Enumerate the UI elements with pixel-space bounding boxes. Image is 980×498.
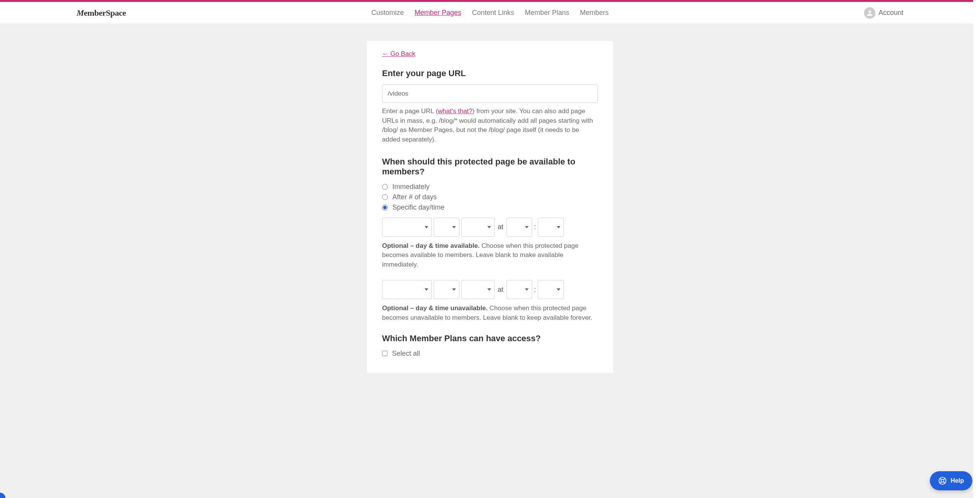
available-at-label: at (498, 223, 503, 231)
available-colon: : (534, 223, 536, 231)
whats-that-link[interactable]: what's that? (438, 107, 472, 115)
available-hour-select[interactable] (506, 218, 532, 237)
url-help-text: Enter a page URL (what's that?) from you… (382, 107, 598, 145)
radio-after-days-label[interactable]: After # of days (392, 193, 437, 201)
when-title: When should this protected page be avail… (382, 157, 598, 177)
unavailable-date-row: at : (382, 280, 598, 299)
logo: MemberSpace (77, 8, 126, 18)
unavailable-help: Optional – day & time unavailable. Choos… (382, 304, 598, 322)
available-day-select[interactable] (434, 218, 459, 237)
select-all-label[interactable]: Select all (392, 350, 420, 358)
available-date-row: at : (382, 218, 598, 237)
select-all-checkbox[interactable] (382, 351, 387, 356)
radio-specific[interactable] (382, 205, 388, 210)
nav-members[interactable]: Members (580, 9, 609, 17)
available-help: Optional – day & time available. Choose … (382, 241, 598, 270)
url-title: Enter your page URL (382, 68, 598, 78)
account-label: Account (879, 9, 903, 17)
page-url-input[interactable] (382, 85, 598, 103)
unavailable-help-bold: Optional – day & time unavailable. (382, 304, 488, 312)
header: MemberSpace Customize Member Pages Conte… (0, 2, 980, 24)
unavailable-minute-select[interactable] (538, 280, 564, 299)
right-edge-decoration (973, 0, 980, 373)
nav-member-pages[interactable]: Member Pages (415, 9, 461, 17)
svg-point-0 (869, 10, 871, 13)
when-radio-group: Immediately After # of days Specific day… (382, 183, 598, 212)
available-help-bold: Optional – day & time available. (382, 242, 480, 249)
plans-title: Which Member Plans can have access? (382, 334, 598, 343)
unavailable-hour-select[interactable] (506, 280, 532, 299)
main-nav: Customize Member Pages Content Links Mem… (371, 9, 609, 17)
account-menu[interactable]: Account (864, 7, 903, 19)
radio-specific-label[interactable]: Specific day/time (392, 203, 444, 212)
unavailable-month-select[interactable] (382, 280, 432, 299)
unavailable-year-select[interactable] (461, 280, 495, 299)
nav-content-links[interactable]: Content Links (472, 9, 514, 17)
url-help-prefix: Enter a page URL ( (382, 107, 438, 115)
radio-immediately-label[interactable]: Immediately (392, 183, 430, 191)
unavailable-at-label: at (498, 286, 503, 294)
nav-member-plans[interactable]: Member Plans (525, 9, 569, 17)
nav-customize[interactable]: Customize (371, 9, 404, 17)
go-back-link[interactable]: ← Go Back (382, 50, 415, 58)
avatar-icon (864, 7, 875, 19)
main-card: ← Go Back Enter your page URL Enter a pa… (367, 41, 613, 373)
unavailable-day-select[interactable] (434, 280, 459, 299)
available-year-select[interactable] (461, 218, 495, 237)
radio-after-days[interactable] (382, 194, 388, 200)
available-month-select[interactable] (382, 218, 432, 237)
available-minute-select[interactable] (538, 218, 564, 237)
radio-immediately[interactable] (382, 184, 388, 190)
unavailable-colon: : (534, 286, 536, 294)
